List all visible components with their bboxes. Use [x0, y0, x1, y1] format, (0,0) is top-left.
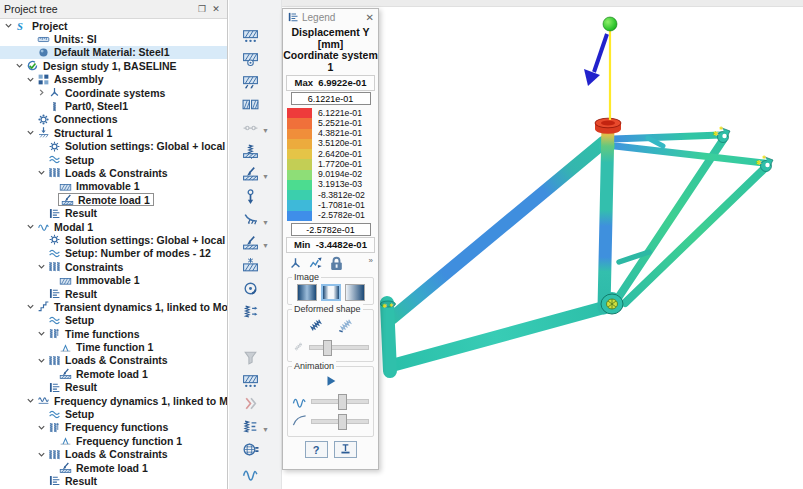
tree-item-frequency-dynamics-1-linked-to-modal-1[interactable]: Frequency dynamics 1, linked to Modal 1 — [0, 394, 227, 407]
mesh-refinement-button[interactable] — [229, 371, 281, 394]
remote-load-button[interactable]: ▼ — [229, 164, 281, 187]
chevron-down-icon[interactable] — [25, 74, 36, 85]
coordinate-triad-icon[interactable] — [288, 256, 303, 273]
tree-item-units-si[interactable]: Units: SI — [0, 32, 227, 45]
tree-item-coordinate-systems[interactable]: Coordinate systems — [0, 86, 227, 99]
spring-connector-button[interactable] — [229, 302, 281, 325]
tree-item-loads-constraints[interactable]: Loads & Constraints — [0, 354, 227, 367]
dropdown-arrow-icon[interactable]: ▼ — [262, 242, 269, 249]
chevron-down-icon[interactable] — [14, 60, 25, 71]
tree-item-remote-load-1[interactable]: Remote load 1 — [0, 461, 227, 474]
tree-item-loads-constraints[interactable]: Loads & Constraints — [0, 166, 227, 179]
tree-item-solution-settings-global-local[interactable]: Solution settings: Global + local — [0, 233, 227, 246]
dropdown-arrow-icon[interactable]: ▼ — [262, 173, 269, 180]
dropdown-arrow-icon[interactable]: ▼ — [262, 426, 269, 433]
tree-item-setup-number-of-modes-12[interactable]: Setup: Number of modes - 12 — [0, 247, 227, 260]
chevron-down-icon[interactable] — [3, 20, 14, 31]
tree-item-label: Solution settings: Global + local — [65, 234, 225, 246]
deformed-shape-icon[interactable] — [307, 316, 325, 336]
tree-item-remote-load-1[interactable]: Remote load 1 — [0, 193, 227, 206]
bearing-load-button[interactable]: ▼ — [229, 210, 281, 233]
deformed-overlay-icon[interactable] — [337, 316, 355, 336]
distributed-load-button[interactable]: ▼ — [229, 233, 281, 256]
tree-item-project[interactable]: SProject — [0, 19, 227, 32]
tree-item-loads-constraints[interactable]: Loads & Constraints — [0, 448, 227, 461]
tree-item-setup[interactable]: Setup — [0, 153, 227, 166]
overflow-chevrons-icon[interactable]: » — [369, 256, 373, 265]
response-graph-button[interactable] — [229, 463, 281, 486]
tree-item-design-study-1-baseline[interactable]: Design study 1, BASELINE — [0, 59, 227, 72]
legend-title: Legend — [302, 12, 366, 23]
hinge-constraint-button[interactable] — [229, 49, 281, 72]
material-database-button[interactable] — [229, 440, 281, 463]
tree-item-immovable-1[interactable]: Immovable 1 — [0, 180, 227, 193]
dropdown-arrow-icon[interactable]: ▼ — [262, 127, 269, 134]
play-button[interactable] — [324, 379, 338, 390]
tree-item-frequency-functions[interactable]: Frequency functions — [0, 421, 227, 434]
legend-close-icon[interactable]: ✕ — [366, 12, 374, 23]
tree-item-modal-1[interactable]: Modal 1 — [0, 220, 227, 233]
upper-bound-input[interactable] — [291, 92, 371, 105]
remote-icon — [58, 461, 73, 474]
tree-item-assembly[interactable]: Assembly — [0, 73, 227, 86]
gravity-load-button[interactable] — [229, 187, 281, 210]
tree-item-remote-load-1[interactable]: Remote load 1 — [0, 367, 227, 380]
result-functions-button[interactable]: ▼ — [229, 417, 281, 440]
thermal-load-button[interactable] — [229, 256, 281, 279]
animation-speed-slider[interactable] — [311, 399, 369, 404]
chevron-down-icon[interactable] — [36, 328, 47, 339]
chevron-down-icon[interactable] — [25, 127, 36, 138]
tree-item-label: Frequency functions — [65, 421, 168, 433]
animation-amplitude-slider[interactable] — [311, 419, 369, 424]
tree-item-default-material-steel1[interactable]: Default Material: Steel1 — [0, 46, 227, 59]
tree-item-solution-settings-global-local[interactable]: Solution settings: Global + local — [0, 140, 227, 153]
chevron-down-icon[interactable] — [36, 355, 47, 366]
result-functions-icon — [242, 418, 259, 439]
tree-item-part0-steel1[interactable]: Part0, Steel1 — [0, 99, 227, 112]
tree-item-frequency-function-1[interactable]: Frequency function 1 — [0, 434, 227, 447]
tree-item-time-function-1[interactable]: Time function 1 — [0, 340, 227, 353]
image-style-dark[interactable] — [297, 284, 317, 301]
image-style-light-selected[interactable] — [321, 284, 341, 301]
chevron-down-icon[interactable] — [36, 449, 47, 460]
chevron-down-icon[interactable] — [25, 221, 36, 232]
immovable-constraint-button[interactable] — [229, 3, 281, 26]
chevron-down-icon[interactable] — [36, 422, 47, 433]
probe-graph-icon[interactable] — [308, 256, 323, 273]
lock-icon[interactable] — [328, 255, 345, 274]
close-panel-button[interactable]: ✕ — [209, 4, 223, 14]
chevron-down-icon[interactable] — [36, 167, 47, 178]
chevron-right-icon[interactable] — [36, 87, 47, 98]
force-load-button[interactable] — [229, 72, 281, 95]
tree-item-setup[interactable]: Setup — [0, 314, 227, 327]
tree-item-connections[interactable]: Connections — [0, 113, 227, 126]
analysis-toolbar: ▼▼▼▼▼ — [229, 0, 282, 489]
tree-item-immovable-1[interactable]: Immovable 1 — [0, 273, 227, 286]
pressure-load-button[interactable] — [229, 95, 281, 118]
help-button[interactable]: ? — [305, 441, 328, 458]
tree-item-result[interactable]: Result — [0, 287, 227, 300]
tree-item-result[interactable]: Result — [0, 206, 227, 219]
units-icon — [36, 33, 51, 46]
tree-item-result[interactable]: Result — [0, 474, 227, 487]
tree-item-time-functions[interactable]: Time functions — [0, 327, 227, 340]
sliding-constraint-button[interactable] — [229, 26, 281, 49]
tree-item-setup[interactable]: Setup — [0, 407, 227, 420]
tree-item-constraints[interactable]: Constraints — [0, 260, 227, 273]
image-style-gradient[interactable] — [345, 284, 365, 301]
deformed-scale-slider[interactable] — [309, 345, 369, 350]
tree-item-result[interactable]: Result — [0, 381, 227, 394]
rigid-wall-button[interactable] — [229, 325, 281, 348]
chevron-down-icon[interactable] — [25, 301, 36, 312]
tree-item-label: Remote load 1 — [76, 368, 148, 380]
float-window-button[interactable]: ❐ — [195, 4, 209, 14]
lower-bound-input[interactable] — [291, 223, 371, 236]
spring-support-button[interactable] — [229, 141, 281, 164]
rotational-speed-button[interactable] — [229, 279, 281, 302]
chevron-down-icon[interactable] — [36, 261, 47, 272]
chevron-down-icon[interactable] — [25, 395, 36, 406]
tree-item-structural-1[interactable]: Structural 1 — [0, 126, 227, 139]
export-image-button[interactable] — [334, 441, 357, 458]
tree-item-transient-dynamics-1-linked-to-modal-1[interactable]: Transient dynamics 1, linked to Modal 1 — [0, 300, 227, 313]
dropdown-arrow-icon[interactable]: ▼ — [262, 219, 269, 226]
